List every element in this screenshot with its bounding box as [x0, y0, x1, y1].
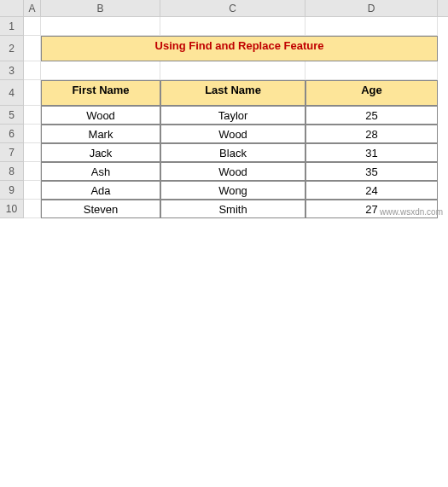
cell[interactable] [24, 200, 41, 218]
cell[interactable]: 35 [305, 162, 438, 181]
cell[interactable] [24, 61, 41, 80]
cell[interactable]: Mark [41, 125, 160, 143]
watermark: www.wsxdn.com [380, 207, 443, 217]
header-lastname[interactable]: Last Name [160, 80, 305, 106]
cell[interactable]: Smith [160, 200, 305, 218]
cell[interactable]: Wood [41, 106, 160, 125]
cell[interactable] [24, 17, 41, 36]
select-all-corner[interactable] [0, 0, 24, 16]
column-headers: A B C D [0, 0, 448, 17]
cell[interactable] [24, 36, 41, 61]
cell[interactable] [24, 143, 41, 162]
cell[interactable]: Wood [160, 125, 305, 143]
cell[interactable]: Black [160, 143, 305, 162]
header-age[interactable]: Age [305, 80, 438, 106]
cell[interactable]: 28 [305, 125, 438, 143]
row-header[interactable]: 5 [0, 106, 24, 125]
col-header-a[interactable]: A [24, 0, 41, 16]
cell[interactable]: Ada [41, 181, 160, 200]
header-firstname[interactable]: First Name [41, 80, 160, 106]
cell[interactable] [41, 17, 160, 36]
cell[interactable]: Jack [41, 143, 160, 162]
row-header[interactable]: 10 [0, 200, 24, 218]
cell[interactable]: Steven [41, 200, 160, 218]
cell[interactable] [24, 125, 41, 143]
title-cell[interactable]: Using Find and Replace Feature [41, 36, 438, 61]
col-header-c[interactable]: C [160, 0, 305, 16]
col-header-b[interactable]: B [41, 0, 160, 16]
row-header[interactable]: 1 [0, 17, 24, 36]
cell[interactable]: Wood [160, 162, 305, 181]
cell[interactable]: 25 [305, 106, 438, 125]
col-header-d[interactable]: D [305, 0, 438, 16]
cell[interactable] [24, 106, 41, 125]
cell[interactable] [305, 17, 438, 36]
cell[interactable]: 31 [305, 143, 438, 162]
row-header[interactable]: 9 [0, 181, 24, 200]
row-header[interactable]: 8 [0, 162, 24, 181]
row-header[interactable]: 2 [0, 36, 24, 61]
cell[interactable] [41, 61, 160, 80]
cell[interactable] [160, 61, 305, 80]
cell[interactable]: Taylor [160, 106, 305, 125]
row-header[interactable]: 6 [0, 125, 24, 143]
cell[interactable] [160, 17, 305, 36]
cell[interactable]: 24 [305, 181, 438, 200]
cell[interactable] [305, 61, 438, 80]
row-header[interactable]: 7 [0, 143, 24, 162]
cell[interactable] [24, 181, 41, 200]
cell[interactable] [24, 80, 41, 106]
cell[interactable]: Wong [160, 181, 305, 200]
cell[interactable]: Ash [41, 162, 160, 181]
cell[interactable] [24, 162, 41, 181]
row-header[interactable]: 3 [0, 61, 24, 80]
row-header[interactable]: 4 [0, 80, 24, 106]
